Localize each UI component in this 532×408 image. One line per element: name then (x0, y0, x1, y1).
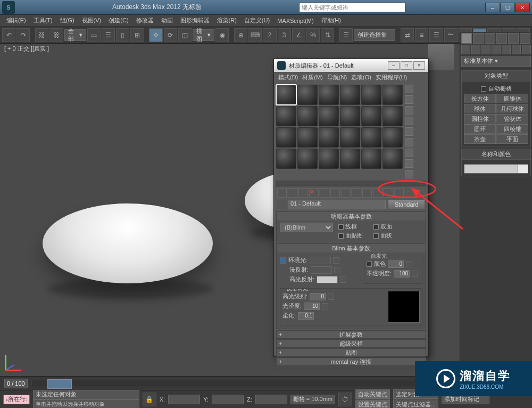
set-key-button[interactable]: 设置关键点 (355, 399, 390, 408)
make-copy-icon[interactable] (320, 188, 329, 198)
prim-box-button[interactable]: 长方体 (464, 94, 496, 103)
mirror-icon[interactable]: ⇄ (401, 28, 414, 42)
pick-material-icon[interactable] (277, 200, 286, 209)
menu-tools[interactable]: 工具(T) (31, 15, 55, 26)
material-slot[interactable] (383, 149, 403, 169)
show-in-vp-icon[interactable] (362, 188, 372, 198)
cameras-icon[interactable] (492, 45, 501, 54)
material-slot[interactable] (340, 106, 360, 126)
move-icon[interactable]: ✥ (149, 28, 162, 42)
named-selset-dropdown[interactable]: 创建选择集 (354, 29, 395, 41)
menu-maxscript[interactable]: MAXScript(M) (275, 17, 315, 25)
help-search-input[interactable] (299, 3, 405, 12)
select-icon[interactable]: ▭ (87, 28, 101, 42)
slot-scrollbar[interactable] (276, 181, 426, 186)
ambient-swatch[interactable] (310, 257, 331, 264)
curve-editor-icon[interactable]: 〜 (444, 28, 458, 42)
use-center-icon[interactable]: ◉ (215, 28, 229, 42)
menu-edit[interactable]: 编辑(E) (4, 15, 28, 26)
menu-grapheditors[interactable]: 图形编辑器 (178, 15, 212, 26)
material-slot[interactable] (276, 127, 296, 148)
menu-rendering[interactable]: 渲染(R) (215, 15, 239, 26)
make-preview-icon[interactable] (405, 138, 413, 146)
maps-rollout[interactable]: +贴图 (276, 348, 426, 357)
percent-snap-icon[interactable]: % (306, 28, 320, 42)
facemap-checkbox[interactable] (338, 233, 344, 239)
select-manipulate-icon[interactable]: ⊕ (234, 28, 247, 42)
prim-geosphere-button[interactable]: 几何球体 (496, 104, 528, 113)
name-color-header[interactable]: 名称和颜色 (462, 149, 530, 160)
material-slot[interactable] (319, 127, 339, 148)
material-slot[interactable] (361, 106, 381, 126)
helpers-icon[interactable] (502, 45, 511, 54)
lock-ambient-diffuse-icon[interactable] (280, 257, 286, 264)
geometry-icon[interactable] (461, 45, 470, 54)
med-maximize-icon[interactable]: □ (401, 61, 412, 70)
material-slot[interactable] (276, 149, 296, 169)
material-slot[interactable] (297, 106, 318, 126)
utilities-tab-icon[interactable] (520, 33, 530, 44)
category-dropdown[interactable]: 标准基本体 ▾ (461, 56, 531, 67)
object-name-input[interactable] (464, 164, 528, 174)
prim-torus-button[interactable]: 圆环 (464, 124, 496, 134)
material-slot[interactable] (361, 149, 381, 169)
med-menu-utilities[interactable]: 实用程序(U) (376, 74, 407, 81)
spec-level-map-button[interactable] (328, 293, 334, 300)
mat-id-icon[interactable] (352, 188, 361, 198)
display-tab-icon[interactable] (508, 33, 519, 44)
specular-swatch[interactable] (317, 276, 338, 283)
selfillum-spinner[interactable]: 0 (388, 260, 404, 268)
key-filters-button[interactable]: 关键点过滤器... (393, 399, 438, 408)
auto-key-button[interactable]: 自动关键点 (355, 389, 390, 399)
material-slot[interactable] (276, 85, 296, 105)
prim-tube-button[interactable]: 管状体 (496, 114, 528, 124)
ref-coord-dropdown[interactable]: 视图 ▾ (193, 29, 214, 41)
motion-tab-icon[interactable] (496, 33, 507, 44)
time-slider-handle[interactable] (47, 379, 72, 389)
coord-z-input[interactable] (255, 395, 287, 404)
menu-create[interactable]: 创建(C) (106, 15, 130, 26)
snap-2d-icon[interactable]: 2 (263, 28, 276, 42)
show-end-result-icon[interactable] (373, 188, 383, 198)
twosided-checkbox[interactable] (373, 224, 379, 230)
mentalray-rollout[interactable]: +mental ray 连接 (276, 357, 426, 366)
material-slot[interactable] (383, 127, 403, 148)
named-selset-icon[interactable]: ☰ (339, 28, 353, 42)
create-tab-icon[interactable] (461, 33, 472, 44)
object-type-header[interactable]: 对象类型 (462, 71, 530, 81)
menu-views[interactable]: 视图(V) (80, 15, 104, 26)
systems-icon[interactable] (522, 45, 531, 54)
mat-map-nav-icon[interactable] (405, 170, 413, 178)
material-slot[interactable] (340, 149, 360, 169)
med-menu-navigation[interactable]: 导航(N) (327, 74, 347, 81)
get-material-icon[interactable] (277, 188, 287, 198)
shapes-icon[interactable] (471, 45, 480, 54)
window-crossing-icon[interactable]: ⊞ (130, 28, 144, 42)
med-close-icon[interactable]: × (413, 61, 425, 70)
rotate-icon[interactable]: ⟳ (164, 28, 177, 42)
med-menu-material[interactable]: 材质(M) (302, 74, 323, 81)
video-check-icon[interactable] (405, 127, 413, 136)
select-region-icon[interactable]: ▯ (116, 28, 129, 42)
extended-params-rollout[interactable]: +扩展参数 (276, 330, 426, 339)
opacity-spinner[interactable]: 100 (394, 270, 410, 278)
material-slot[interactable] (297, 149, 318, 169)
material-slot[interactable] (297, 85, 318, 105)
go-parent-icon[interactable] (384, 188, 393, 198)
spacewarps-icon[interactable] (512, 45, 521, 54)
material-slot[interactable] (361, 127, 381, 148)
prim-cylinder-button[interactable]: 圆柱体 (464, 114, 496, 124)
sample-uv-icon[interactable] (405, 117, 413, 125)
go-sibling-icon[interactable] (394, 188, 404, 198)
prim-pyramid-button[interactable]: 四棱锥 (496, 124, 528, 134)
prim-plane-button[interactable]: 平面 (496, 134, 528, 144)
menu-animation[interactable]: 动画 (159, 15, 175, 26)
opacity-map-button[interactable] (412, 271, 418, 277)
select-by-mat-icon[interactable] (405, 159, 413, 168)
maximize-icon[interactable]: □ (500, 3, 515, 12)
scene-object[interactable] (43, 203, 213, 283)
shader-type-dropdown[interactable]: (B)Blinn (280, 223, 333, 232)
soften-spinner[interactable]: 0.1 (298, 312, 314, 320)
hierarchy-tab-icon[interactable] (485, 33, 495, 44)
material-slot[interactable] (297, 127, 318, 148)
